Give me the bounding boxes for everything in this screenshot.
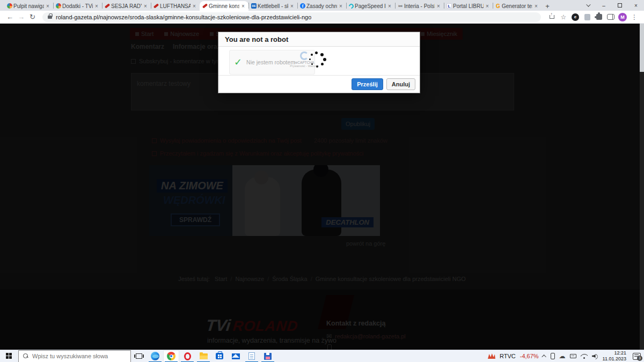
stock-ticker-icon	[488, 353, 495, 359]
mail-icon	[232, 353, 240, 359]
tab-pulpit[interactable]: Pulpit nawigacy×	[4, 1, 53, 11]
tray-date: 11.01.2023	[603, 356, 626, 361]
tray-expand-icon[interactable]	[541, 354, 546, 359]
keyboard-icon[interactable]	[570, 354, 576, 358]
de-icon: DE	[251, 3, 257, 9]
tab-label: Interia - Polska	[404, 3, 435, 9]
generator-icon: G	[495, 3, 501, 9]
tab-generator[interactable]: GGenerator testó×	[493, 1, 541, 11]
notification-badge: 3	[637, 356, 642, 361]
back-button[interactable]: ←	[4, 13, 16, 21]
interia-icon: int	[398, 3, 403, 9]
volume-icon[interactable]	[592, 353, 598, 359]
screen: Pulpit nawigacy× Dodatki - TVi R× SESJA …	[0, 0, 644, 362]
pagespeed-icon	[348, 3, 355, 10]
side-panel-icon[interactable]	[605, 12, 616, 23]
start-button[interactable]	[0, 350, 18, 362]
tab-zasady[interactable]: fZasady ochrony×	[297, 1, 346, 11]
extensions-puzzle-icon[interactable]	[594, 12, 604, 23]
tab-interia[interactable]: intInteria - Polska×	[395, 1, 444, 11]
tab-label: Zasady ochrony	[306, 3, 337, 9]
tab-label: PageSpeed Insi	[355, 3, 386, 9]
tab-close-icon[interactable]: ×	[192, 3, 197, 9]
edge-icon	[151, 352, 159, 360]
tab-sesja[interactable]: SESJA RADY GM×	[102, 1, 151, 11]
notes-icon	[248, 352, 255, 360]
tab-dodatki[interactable]: Dodatki - TVi R×	[53, 1, 102, 11]
taskbar-mail[interactable]	[228, 350, 244, 362]
taskbar-chrome[interactable]	[163, 350, 179, 362]
action-center-icon[interactable]: 3	[633, 353, 641, 360]
tab-label: Pulpit nawigacy	[13, 3, 44, 9]
tab-close-icon[interactable]: ×	[338, 3, 343, 9]
browser-tab-strip: Pulpit nawigacy× Dodatki - TVi R× SESJA …	[0, 0, 644, 11]
extension-e-icon[interactable]: e	[570, 12, 581, 23]
tab-lufthansa[interactable]: LUFTHANSA I G×	[151, 1, 200, 11]
forward-button[interactable]: →	[16, 13, 27, 21]
wifi-icon[interactable]	[581, 353, 588, 359]
scrollbar-track[interactable]	[640, 24, 644, 350]
profile-avatar[interactable]: M	[617, 12, 628, 23]
browser-menu-icon[interactable]: ⋮	[629, 12, 640, 23]
taskbar-save-app[interactable]	[260, 350, 276, 362]
windows-taskbar: RTVC -4,67% ☁ 12:21 11.01.2023 3	[0, 350, 644, 362]
tab-close-icon[interactable]: ×	[387, 3, 392, 9]
minimize-button[interactable]: –	[596, 0, 612, 11]
new-tab-button[interactable]: +	[541, 1, 553, 11]
facebook-icon: f	[300, 3, 305, 9]
taskbar-edge[interactable]	[147, 350, 163, 362]
tab-close-icon[interactable]: ×	[289, 3, 295, 9]
window-close-button[interactable]: ×	[628, 0, 644, 11]
tab-close-icon[interactable]: ×	[533, 3, 539, 9]
maximize-button[interactable]	[612, 0, 628, 11]
tab-label: Portal LIBRUS	[453, 3, 484, 9]
red-pen-icon	[153, 3, 159, 9]
taskbar-search[interactable]	[18, 350, 131, 362]
joomla-icon	[7, 3, 12, 9]
submit-button[interactable]: Prześlij	[352, 78, 383, 90]
tab-kettlebell[interactable]: DEKettlebell - skle×	[248, 1, 297, 11]
phone-link-icon[interactable]	[551, 353, 555, 359]
address-bar[interactable]: roland-gazeta.pl/najnowsze/sroda-slaska/…	[42, 12, 541, 22]
robot-check-dialog: You are not a robot ✓ Nie jestem robotem…	[218, 32, 420, 93]
tab-search-chevron-icon[interactable]	[580, 0, 596, 11]
taskbar-opera[interactable]	[179, 350, 195, 362]
tab-close-icon[interactable]: ×	[94, 3, 99, 9]
tab-pagespeed[interactable]: PageSpeed Insi×	[346, 1, 395, 11]
tab-close-icon[interactable]: ×	[143, 3, 148, 9]
search-icon	[23, 353, 28, 359]
ticker-symbol: RTVC	[500, 353, 516, 359]
tab-close-icon[interactable]: ×	[436, 3, 441, 9]
search-input[interactable]	[32, 353, 126, 359]
tab-label: Generator testó	[502, 3, 532, 9]
taskbar-notes[interactable]	[244, 350, 260, 362]
share-icon[interactable]: ↑	[546, 12, 557, 23]
red-pen-icon	[202, 3, 208, 9]
lock-icon	[48, 16, 52, 19]
tab-librus[interactable]: LPortal LIBRUS×	[444, 1, 493, 11]
tab-gminne-active[interactable]: Gminne konsult×	[200, 1, 248, 11]
reload-button[interactable]: ↻	[27, 13, 38, 21]
green-check-icon: ✓	[234, 56, 242, 68]
taskbar-explorer[interactable]	[195, 350, 211, 362]
red-pen-icon	[105, 3, 110, 9]
tray-time: 12:21	[614, 350, 626, 356]
onedrive-cloud-icon[interactable]: ☁	[559, 353, 566, 359]
cancel-button[interactable]: Anuluj	[386, 78, 415, 90]
tab-label: SESJA RADY GM	[111, 3, 142, 9]
tab-close-icon[interactable]: ×	[45, 3, 50, 9]
browser-toolbar: ← → ↻ roland-gazeta.pl/najnowsze/sroda-s…	[0, 11, 644, 24]
url-text: roland-gazeta.pl/najnowsze/sroda-slaska/…	[56, 14, 311, 20]
tab-close-icon[interactable]: ×	[240, 3, 246, 9]
tab-close-icon[interactable]: ×	[485, 3, 490, 9]
clock[interactable]: 12:21 11.01.2023	[603, 350, 626, 362]
scrollbar-thumb[interactable]	[640, 24, 644, 72]
taskbar-store[interactable]	[211, 350, 228, 362]
task-view-icon	[136, 353, 142, 359]
librus-icon: L	[447, 3, 452, 9]
task-view-button[interactable]	[131, 350, 147, 362]
bookmark-star-icon[interactable]: ☆	[558, 12, 569, 23]
extension-gray-icon[interactable]	[582, 12, 592, 23]
dialog-footer: Prześlij Anuluj	[218, 75, 420, 93]
ticker-change: -4,67%	[520, 353, 539, 359]
